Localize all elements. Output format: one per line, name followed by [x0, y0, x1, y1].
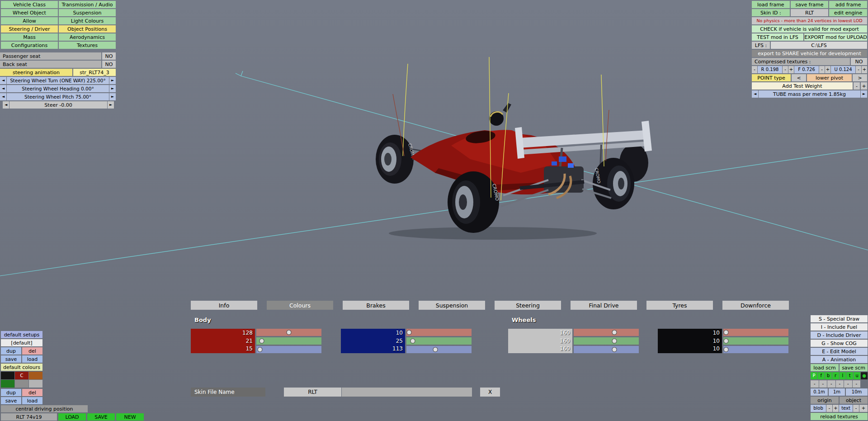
- minus-button[interactable]: -: [854, 82, 860, 90]
- add-frame-button[interactable]: add frame: [829, 1, 867, 8]
- blue-slider[interactable]: [256, 346, 321, 353]
- blob-button[interactable]: blob: [811, 405, 826, 412]
- slider-knob[interactable]: [613, 339, 617, 343]
- slider-knob[interactable]: [613, 348, 617, 352]
- passenger-seat-toggle[interactable]: NO: [102, 52, 116, 60]
- slider-knob[interactable]: [287, 331, 291, 335]
- skin-id-value[interactable]: RLT: [791, 9, 829, 16]
- plus-button[interactable]: +: [825, 66, 830, 73]
- default-colours-button[interactable]: default colours: [1, 364, 42, 371]
- grid-01m-button[interactable]: 0.1m: [811, 388, 828, 396]
- prev-button[interactable]: <: [792, 74, 806, 81]
- setup-load-button[interactable]: load: [22, 355, 42, 363]
- dash-button[interactable]: -: [836, 380, 844, 388]
- skin-file-name-button[interactable]: Skin File Name: [191, 388, 265, 397]
- tab-info[interactable]: Info: [191, 301, 257, 310]
- tab-brakes[interactable]: Brakes: [343, 301, 409, 310]
- lower-pivot-button[interactable]: lower pivot: [807, 74, 852, 81]
- tab-colours[interactable]: Colours: [267, 301, 333, 310]
- slider-knob[interactable]: [724, 339, 728, 343]
- menu-mass[interactable]: Mass: [1, 33, 58, 41]
- wheel-heading-value[interactable]: Steering Wheel Heading 0.00°: [7, 85, 109, 92]
- texture-page-u[interactable]: u: [854, 372, 860, 379]
- minus-button[interactable]: -: [752, 66, 757, 73]
- grid-10m-button[interactable]: 10m: [846, 388, 868, 396]
- plus-button[interactable]: +: [861, 82, 867, 90]
- plus-button[interactable]: +: [788, 66, 794, 73]
- decrease-arrow-button[interactable]: ◄: [752, 90, 758, 98]
- menu-light-colours[interactable]: Light Colours: [59, 17, 116, 24]
- dash-button[interactable]: -: [844, 380, 852, 388]
- viewport-background[interactable]: [0, 0, 868, 421]
- setup-default-item[interactable]: [default]: [1, 339, 42, 346]
- decrease-arrow-button[interactable]: ◄: [0, 77, 6, 84]
- steer-value[interactable]: Steer -0.00: [9, 101, 107, 109]
- red-slider[interactable]: [723, 329, 788, 336]
- palette-swatch[interactable]: [29, 372, 42, 379]
- toggle-show-cog[interactable]: G - Show COG: [811, 340, 868, 347]
- skin-name-input[interactable]: [342, 388, 472, 397]
- offset-f-value[interactable]: F 0.726: [794, 66, 819, 73]
- load-scm-button[interactable]: load scm: [811, 364, 839, 371]
- share-vehicle-button[interactable]: export to SHARE vehicle for development: [752, 50, 867, 57]
- next-button[interactable]: >: [853, 74, 867, 81]
- increase-arrow-button[interactable]: ►: [109, 93, 116, 100]
- wheel-turn-value[interactable]: Steering Wheel Turn (ONE WAY) 225.00°: [7, 77, 109, 84]
- blue-slider[interactable]: [723, 346, 788, 353]
- increase-arrow-button[interactable]: ►: [108, 101, 114, 109]
- texture-page-p[interactable]: P: [811, 372, 817, 379]
- green-slider[interactable]: [723, 337, 788, 345]
- swatch-body-2[interactable]: 10 25 113: [341, 329, 405, 353]
- tab-downforce[interactable]: Downforce: [722, 301, 789, 310]
- slider-knob[interactable]: [724, 331, 728, 335]
- colours-load-button[interactable]: load: [22, 397, 42, 404]
- increase-arrow-button[interactable]: ►: [109, 77, 116, 84]
- lfs-path-value[interactable]: C:\LFS: [771, 42, 867, 49]
- menu-steering-driver[interactable]: Steering / Driver: [1, 25, 58, 33]
- steering-animation-value[interactable]: str_RLT74_3: [73, 69, 116, 76]
- red-slider[interactable]: [406, 329, 472, 336]
- minus-button[interactable]: -: [826, 405, 832, 412]
- load-vehicle-button[interactable]: LOAD: [58, 413, 86, 421]
- origin-button[interactable]: origin: [811, 397, 839, 404]
- slider-knob[interactable]: [433, 348, 437, 352]
- load-frame-button[interactable]: load frame: [752, 1, 790, 8]
- dash-button[interactable]: -: [853, 380, 861, 388]
- green-slider[interactable]: [574, 337, 639, 345]
- text-button[interactable]: text: [839, 405, 853, 412]
- default-setups-button[interactable]: default setups: [1, 331, 42, 338]
- back-seat-toggle[interactable]: NO: [102, 61, 116, 68]
- slider-knob[interactable]: [259, 339, 264, 343]
- toggle-animation[interactable]: A - Animation: [811, 356, 868, 363]
- increase-arrow-button[interactable]: ►: [109, 85, 116, 92]
- edit-engine-button[interactable]: edit engine: [829, 9, 867, 16]
- toggle-special-draw[interactable]: S - Special Draw: [811, 315, 868, 322]
- texture-page-l[interactable]: l: [840, 372, 846, 379]
- blue-slider[interactable]: [406, 346, 472, 353]
- slider-knob[interactable]: [724, 348, 728, 352]
- menu-allow[interactable]: Allow: [1, 17, 58, 24]
- tab-suspension[interactable]: Suspension: [419, 301, 485, 310]
- menu-transmission-audio[interactable]: Transmission / Audio: [59, 1, 116, 8]
- dash-button[interactable]: -: [827, 380, 835, 388]
- decrease-arrow-button[interactable]: ◄: [3, 101, 9, 109]
- add-test-weight-button[interactable]: Add Test Weight: [752, 82, 853, 90]
- slider-knob[interactable]: [258, 348, 262, 352]
- minus-button[interactable]: -: [853, 405, 859, 412]
- palette-swatch[interactable]: [29, 380, 42, 388]
- colours-save-button[interactable]: save: [1, 397, 21, 404]
- reload-textures-button[interactable]: reload textures: [811, 413, 868, 420]
- swatch-wheels-1[interactable]: 160 160 160: [508, 329, 572, 353]
- dash-button[interactable]: -: [819, 380, 827, 388]
- decrease-arrow-button[interactable]: ◄: [0, 93, 6, 100]
- palette-swatch-current[interactable]: C: [15, 372, 28, 379]
- menu-wheel-object[interactable]: Wheel Object: [1, 9, 58, 16]
- skin-name-button[interactable]: RLT: [284, 388, 341, 397]
- colours-del-button[interactable]: del: [22, 389, 42, 396]
- test-mod-button[interactable]: TEST mod in LFS: [752, 33, 803, 41]
- tab-steering[interactable]: Steering: [495, 301, 561, 310]
- tab-tyres[interactable]: Tyres: [646, 301, 713, 310]
- swatch-wheels-2[interactable]: 10 10 10: [658, 329, 722, 353]
- new-vehicle-button[interactable]: NEW: [116, 413, 144, 421]
- texture-page-t[interactable]: t: [846, 372, 853, 379]
